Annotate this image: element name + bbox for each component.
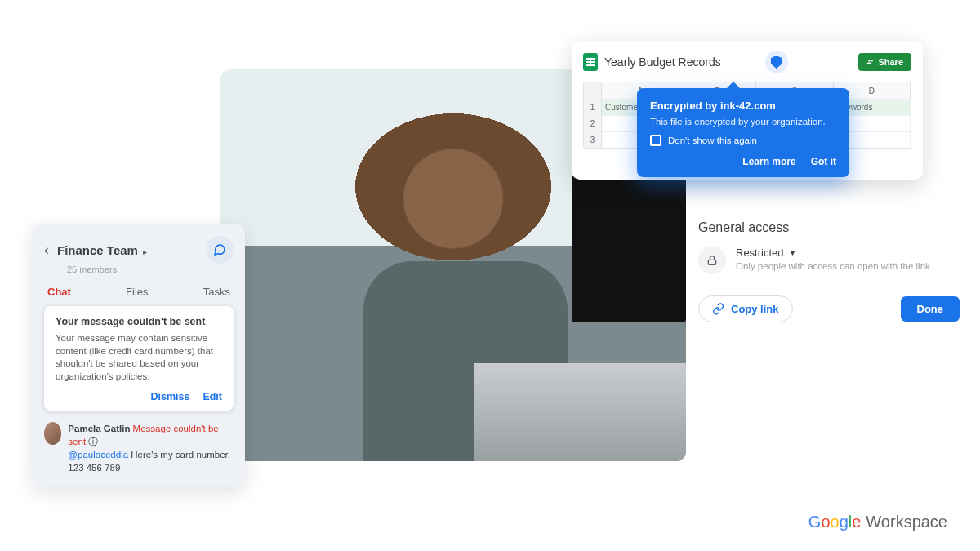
sheets-icon bbox=[583, 53, 598, 71]
encryption-popover: Encrypted by ink-42.com This file is enc… bbox=[637, 88, 849, 177]
share-label: Share bbox=[878, 57, 903, 67]
lock-icon bbox=[698, 247, 726, 274]
message-mention[interactable]: @pauloceddia bbox=[68, 450, 128, 460]
doc-title[interactable]: Yearly Budget Records bbox=[604, 56, 721, 69]
tab-tasks[interactable]: Tasks bbox=[203, 286, 230, 298]
tab-chat[interactable]: Chat bbox=[47, 286, 71, 298]
encryption-body: This file is encrypted by your organizat… bbox=[650, 117, 836, 127]
access-level-dropdown[interactable]: Restricted ▼ bbox=[736, 247, 930, 259]
warning-body: Your message may contain sensitive conte… bbox=[56, 332, 222, 383]
learn-more-button[interactable]: Learn more bbox=[742, 156, 795, 167]
edit-button[interactable]: Edit bbox=[203, 391, 222, 402]
dont-show-label[interactable]: Don't show this again bbox=[668, 136, 757, 145]
dismiss-button[interactable]: Dismiss bbox=[150, 391, 189, 402]
warning-title: Your message couldn't be sent bbox=[56, 316, 222, 327]
member-count: 25 members bbox=[67, 264, 234, 274]
got-it-button[interactable]: Got it bbox=[811, 156, 836, 167]
back-icon[interactable]: ‹ bbox=[44, 242, 49, 259]
done-button[interactable]: Done bbox=[901, 296, 960, 322]
encryption-title: Encrypted by ink-42.com bbox=[650, 100, 836, 112]
share-button[interactable]: Share bbox=[858, 53, 911, 71]
access-section-title: General access bbox=[698, 220, 960, 235]
chat-bubble-icon[interactable] bbox=[206, 236, 234, 264]
chevron-right-icon: ▸ bbox=[143, 247, 147, 256]
copy-link-button[interactable]: Copy link bbox=[698, 295, 793, 322]
svg-rect-0 bbox=[708, 260, 715, 264]
chat-space-title[interactable]: Finance Team bbox=[57, 243, 138, 257]
chevron-down-icon: ▼ bbox=[789, 248, 797, 257]
dont-show-checkbox[interactable] bbox=[650, 135, 662, 146]
blocked-message: Pamela Gatlin Message couldn't be sent ⓘ… bbox=[44, 422, 234, 474]
general-access-panel: General access Restricted ▼ Only people … bbox=[698, 220, 960, 322]
chat-panel: ‹ Finance Team ▸ 25 members Chat Files T… bbox=[33, 224, 245, 487]
access-level-description: Only people with access can open with th… bbox=[736, 261, 930, 271]
message-sender: Pamela Gatlin bbox=[68, 424, 130, 433]
encryption-shield-icon[interactable] bbox=[765, 51, 788, 73]
avatar bbox=[44, 422, 61, 445]
tab-files[interactable]: Files bbox=[126, 286, 148, 298]
google-workspace-logo: Google Workspace bbox=[808, 513, 947, 531]
dlp-warning: Your message couldn't be sent Your messa… bbox=[44, 306, 234, 411]
